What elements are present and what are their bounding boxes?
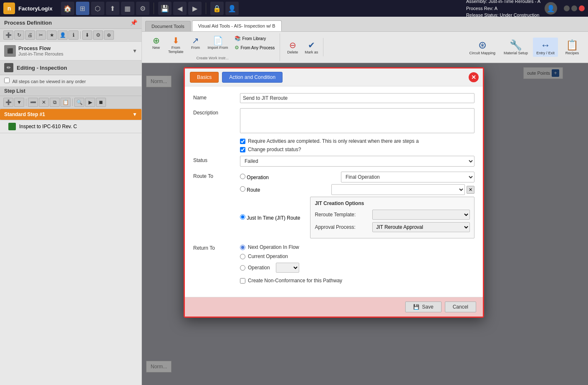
name-row: Name: [193, 93, 474, 103]
operation-return-option: Operation: [240, 265, 270, 271]
next-operation-radio[interactable]: [240, 245, 245, 250]
operation-row: Operation Final Operation: [240, 172, 474, 182]
new-button[interactable]: ⊕ New: [148, 34, 164, 55]
star-btn[interactable]: ★: [47, 30, 57, 40]
change-product-status-checkbox[interactable]: [240, 147, 245, 152]
operation-return-radio[interactable]: [240, 265, 245, 271]
info-btn[interactable]: ℹ: [68, 30, 78, 40]
mark-as-button[interactable]: ✔ Mark as: [302, 39, 320, 56]
print-btn[interactable]: 🖨: [25, 30, 35, 40]
next-operation-option: Next Operation In Flow: [240, 244, 299, 250]
material-setup-button[interactable]: 🔧 Material Setup: [500, 38, 531, 57]
from-button[interactable]: ↗ From: [187, 34, 204, 55]
down-btn[interactable]: ⬇: [82, 30, 92, 40]
status-row: Status Failed Passed: [193, 156, 474, 167]
pin-icon[interactable]: 📌: [130, 19, 137, 26]
name-input[interactable]: [240, 93, 474, 103]
step-paste-btn[interactable]: 📋: [61, 98, 71, 107]
import-from-button[interactable]: 📄 Import From: [205, 34, 231, 55]
jit-route-radio[interactable]: [240, 214, 245, 220]
step-dropdown-btn[interactable]: ▼: [14, 98, 24, 107]
step-play-btn[interactable]: ▶: [85, 98, 95, 107]
sep: [80, 31, 81, 39]
close-window-button[interactable]: [579, 5, 585, 11]
action-condition-tab[interactable]: Action and Condition: [222, 72, 283, 83]
route-select[interactable]: [331, 184, 465, 195]
forward-icon[interactable]: ▶: [188, 2, 202, 15]
tab-visual-aid[interactable]: Visual Aid Tools - AIS- Inspection w/ B: [192, 20, 282, 31]
route-radio[interactable]: [240, 186, 245, 192]
maximize-button[interactable]: [571, 5, 577, 11]
minimize-button[interactable]: [564, 5, 570, 11]
window-controls: [564, 5, 585, 11]
table-icon[interactable]: ▦: [121, 2, 134, 15]
step-sub-item-1[interactable]: Inspect to IPC-610 Rev. C: [0, 120, 141, 133]
circle-btn[interactable]: ⊕: [104, 30, 114, 40]
delete-button[interactable]: ⊖ Delete: [284, 39, 301, 56]
from-library-label: From Library: [242, 36, 266, 41]
upload-icon[interactable]: ⬆: [106, 2, 119, 15]
import-from-label: Import From: [208, 46, 228, 50]
back-icon[interactable]: ◀: [173, 2, 187, 15]
route-to-section: Route To Operation Final Operation: [193, 172, 474, 238]
floppy-icon[interactable]: 💾: [158, 2, 172, 15]
network-icon[interactable]: ⬡: [91, 2, 104, 15]
tab-document-tools[interactable]: Document Tools: [145, 21, 191, 31]
entry-exit-button[interactable]: ↔ Entry / Exit: [533, 38, 558, 57]
step-x-btn[interactable]: ✕: [39, 98, 49, 107]
all-steps-checkbox[interactable]: [4, 78, 10, 83]
step-zoom-in[interactable]: 🔍: [74, 98, 84, 107]
operation-radio[interactable]: [240, 174, 245, 179]
operation-select[interactable]: Final Operation: [341, 172, 474, 182]
gear-icon[interactable]: ⚙: [136, 2, 149, 15]
save-button[interactable]: 💾 Save: [405, 301, 441, 312]
jit-route-row: Just In Time (JIT) Route JIT Creation Op…: [240, 197, 474, 238]
circuit-mapping-button[interactable]: ⊛ Circuit Mapping: [466, 38, 499, 57]
material-setup-label: Material Setup: [504, 51, 528, 55]
person-action-icon[interactable]: 👤: [225, 2, 239, 15]
modal-close-button[interactable]: ✕: [469, 72, 479, 82]
step-item-1[interactable]: Standard Step #1 ▼: [0, 109, 141, 120]
sep2: [26, 99, 26, 106]
settings-btn[interactable]: ⚙: [93, 30, 103, 40]
approval-process-select[interactable]: JIT Reroute Approval: [372, 222, 470, 232]
new-group: ⊕ New ⬇ FromTemplate ↗ From 📄 Import Fro…: [145, 33, 280, 61]
from-any-process-button[interactable]: ⚙ From Any Process: [232, 43, 278, 52]
basics-tab[interactable]: Basics: [190, 72, 219, 83]
material-setup-icon: 🔧: [510, 39, 522, 51]
require-activities-checkbox[interactable]: [240, 139, 245, 144]
step-stop-btn[interactable]: ⏹: [96, 98, 106, 107]
expand-icon[interactable]: ▼: [132, 48, 137, 54]
jit-options-title: JIT Creation Options: [315, 200, 470, 206]
scissors-btn[interactable]: ✂: [36, 30, 46, 40]
step-list-header: Step List: [0, 86, 141, 96]
modal-footer: 💾 Save Cancel: [185, 297, 483, 317]
route-clear-btn[interactable]: ✕: [467, 186, 474, 194]
step-copy-btn[interactable]: ⧉: [50, 98, 60, 107]
from-template-button[interactable]: ⬇ FromTemplate: [166, 34, 186, 55]
grid-icon[interactable]: ⊞: [76, 2, 89, 15]
cancel-button[interactable]: Cancel: [445, 301, 476, 312]
refresh-btn[interactable]: ↻: [14, 30, 24, 40]
lock-icon[interactable]: 🔒: [210, 2, 224, 15]
add-btn[interactable]: ➕: [3, 30, 13, 40]
status-select[interactable]: Failed Passed: [240, 156, 474, 167]
operation-return-select[interactable]: [276, 263, 299, 273]
description-textarea[interactable]: [240, 108, 474, 133]
status-label: Status: [193, 156, 235, 163]
current-operation-radio[interactable]: [240, 254, 245, 259]
step-minus-btn[interactable]: ➖: [28, 98, 38, 107]
step-expand-1[interactable]: ▼: [132, 111, 137, 117]
from-library-button[interactable]: 📚 From Library: [232, 34, 278, 43]
step-sub-icon: [8, 123, 16, 130]
editing-label: Editing - Inspection: [17, 65, 67, 71]
create-non-conformance-checkbox[interactable]: [240, 278, 245, 284]
step-add-btn[interactable]: ➕: [3, 98, 13, 107]
user-avatar[interactable]: 👤: [545, 2, 557, 15]
approval-process-label: Approval Process:: [315, 224, 369, 230]
reroute-template-select[interactable]: [372, 210, 470, 220]
person-btn[interactable]: 👤: [58, 30, 68, 40]
recipes-button[interactable]: 📋 Recipes: [560, 38, 585, 57]
new-icon: ⊕: [153, 35, 160, 46]
home-icon[interactable]: 🏠: [61, 2, 74, 15]
